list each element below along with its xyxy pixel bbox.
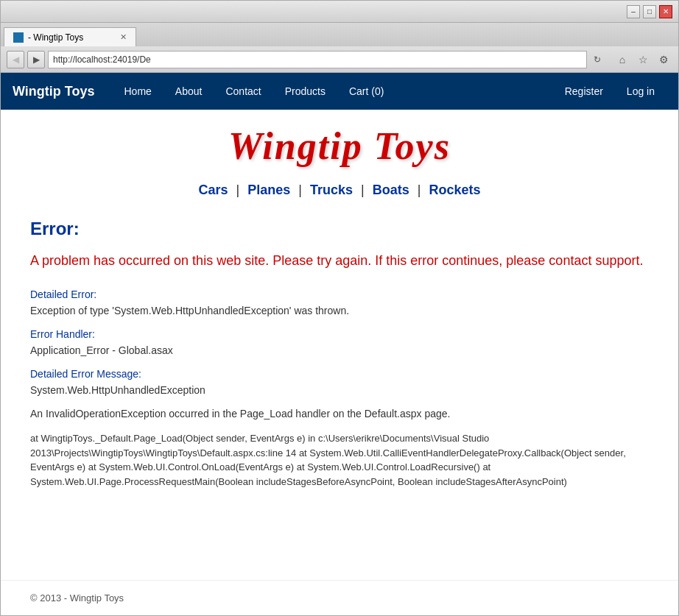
sep-4: | [418, 183, 421, 197]
stack-trace: at WingtipToys._Default.Page_Load(Object… [30, 431, 649, 489]
favorites-icon[interactable]: ☆ [634, 51, 652, 68]
category-cars[interactable]: Cars [198, 183, 228, 197]
forward-button[interactable]: ▶ [27, 51, 45, 68]
nav-login[interactable]: Log in [615, 73, 666, 110]
site-title: Wingtip Toys [30, 124, 649, 168]
category-rockets[interactable]: Rockets [429, 183, 480, 197]
back-button[interactable]: ◀ [7, 51, 24, 68]
category-planes[interactable]: Planes [247, 183, 290, 197]
tab-label: - Wingtip Toys [28, 32, 83, 43]
nav-home[interactable]: Home [113, 73, 163, 110]
tab-favicon [13, 32, 24, 43]
address-bar: ◀ ▶ http://localhost:24019/De ↻ ⌂ ☆ ⚙ [1, 46, 678, 73]
address-text: http://localhost:24019/De [53, 54, 151, 65]
nav-right: Register Log in [553, 73, 666, 110]
toolbar-icons: ⌂ ☆ ⚙ [613, 51, 672, 68]
site-logo[interactable]: Wingtip Toys [13, 84, 95, 99]
category-boats[interactable]: Boats [373, 183, 409, 197]
nav-links: Home About Contact Products Cart (0) [113, 73, 553, 110]
nav-products[interactable]: Products [273, 73, 337, 110]
sep-1: | [236, 183, 240, 197]
tab-close-button[interactable]: ✕ [120, 32, 127, 42]
home-icon[interactable]: ⌂ [613, 51, 631, 68]
minimize-button[interactable]: – [627, 5, 640, 18]
tab-bar: - Wingtip Toys ✕ [1, 23, 678, 46]
detail-message-label: Detailed Error Message: [30, 368, 649, 380]
site-footer: © 2013 - Wingtip Toys [1, 580, 678, 615]
detail-message-value1: System.Web.HttpUnhandledException [30, 384, 649, 396]
settings-icon[interactable]: ⚙ [655, 51, 672, 68]
handler-label: Error Handler: [30, 328, 649, 340]
site-navigation: Wingtip Toys Home About Contact Products… [1, 73, 678, 110]
category-trucks[interactable]: Trucks [310, 183, 353, 197]
nav-cart[interactable]: Cart (0) [337, 73, 395, 110]
detailed-error-label: Detailed Error: [30, 288, 649, 300]
refresh-button[interactable]: ↻ [590, 51, 605, 68]
sep-3: | [361, 183, 365, 197]
category-bar: Cars | Planes | Trucks | Boats | Rockets [30, 183, 649, 198]
error-message: A problem has occurred on this web site.… [30, 251, 649, 271]
nav-about[interactable]: About [163, 73, 214, 110]
page-content: Wingtip Toys Home About Contact Products… [1, 73, 678, 615]
detail-message-value2: An InvalidOperationException occurred in… [30, 408, 649, 419]
title-bar: – □ ✕ [1, 1, 678, 23]
browser-frame: – □ ✕ - Wingtip Toys ✕ ◀ ▶ http://localh… [0, 0, 679, 616]
footer-label: © 2013 - Wingtip Toys [30, 592, 124, 603]
sep-2: | [298, 183, 302, 197]
error-heading: Error: [30, 219, 649, 239]
main-content: Wingtip Toys Cars | Planes | Trucks | Bo… [1, 110, 678, 580]
maximize-button[interactable]: □ [643, 5, 656, 18]
handler-value: Application_Error - Global.asax [30, 344, 649, 356]
close-button[interactable]: ✕ [659, 5, 672, 18]
address-input[interactable]: http://localhost:24019/De [48, 51, 587, 68]
nav-contact[interactable]: Contact [214, 73, 272, 110]
detailed-error-value: Exception of type 'System.Web.HttpUnhand… [30, 305, 649, 316]
nav-register[interactable]: Register [553, 73, 615, 110]
browser-tab[interactable]: - Wingtip Toys ✕ [4, 27, 136, 46]
